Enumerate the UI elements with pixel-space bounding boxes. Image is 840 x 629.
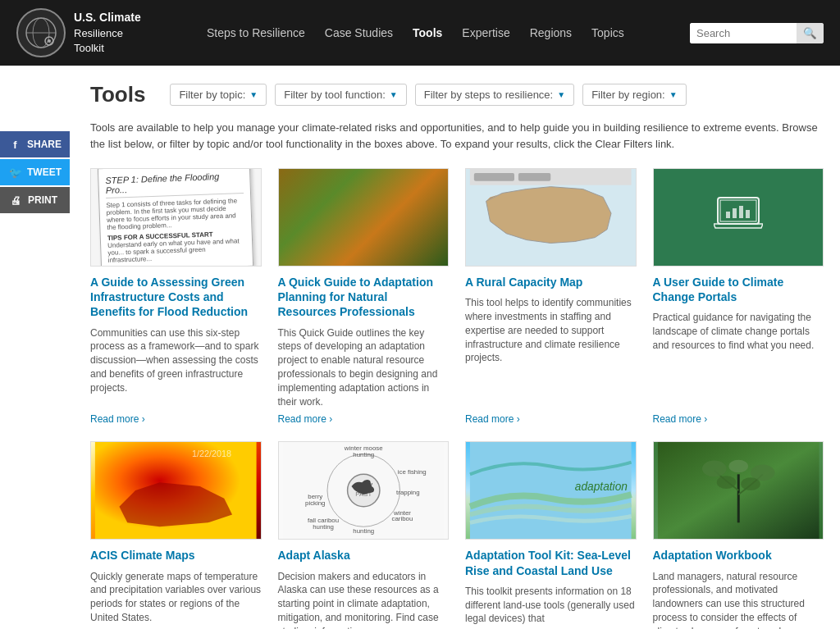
svg-rect-12: [733, 208, 737, 218]
tool-title[interactable]: A Quick Guide to Adaptation Planning for…: [278, 275, 450, 320]
tool-image: adaptation: [465, 441, 637, 540]
tool-card: A User Guide to Climate Change Portals P…: [653, 168, 824, 425]
header: U.S. Climate Resilience Toolkit Steps to…: [0, 0, 840, 66]
nav-tools[interactable]: Tools: [413, 26, 442, 39]
search-button[interactable]: 🔍: [797, 23, 824, 43]
laptop-icon: [714, 194, 763, 242]
tool-card: NOW PAST winter moose hunting ice fishin…: [278, 441, 450, 629]
svg-text:hunting: hunting: [313, 524, 334, 531]
svg-text:adaptation: adaptation: [575, 481, 628, 493]
tool-image: 1/22/2018: [90, 441, 262, 540]
tools-grid: STEP 1: Define the Flooding Pro... Step …: [90, 168, 824, 629]
search-box: 🔍: [690, 23, 824, 43]
read-more-link[interactable]: Read more ›: [465, 413, 637, 425]
svg-point-38: [728, 460, 748, 473]
svg-text:caribou: caribou: [391, 516, 413, 523]
logo-circle: [16, 8, 66, 57]
tool-image: [465, 168, 637, 267]
tool-desc: This Quick Guide outlines the key steps …: [278, 326, 450, 409]
twitter-icon: 🐦: [8, 165, 22, 180]
tool-title[interactable]: A Guide to Assessing Green Infrastructur…: [90, 275, 262, 320]
svg-point-40: [741, 478, 760, 491]
svg-point-5: [48, 39, 51, 43]
facebook-icon: f: [8, 137, 22, 152]
nav-topics[interactable]: Topics: [591, 26, 624, 39]
tool-card: Adaptation Workbook Land managers, natur…: [653, 441, 824, 629]
page-description: Tools are available to help you manage y…: [90, 120, 824, 152]
svg-rect-11: [726, 212, 730, 218]
nav-steps[interactable]: Steps to Resilience: [207, 26, 305, 39]
tool-image: [653, 168, 824, 267]
print-icon: 🖨: [8, 193, 23, 207]
tool-card: 1/22/2018 ACIS Climate Maps Quickly gene…: [90, 441, 262, 629]
tool-title[interactable]: Adapt Alaska: [278, 548, 450, 563]
tool-desc: Communities can use this six-step proces…: [90, 326, 262, 409]
tool-title[interactable]: ACIS Climate Maps: [90, 548, 262, 563]
svg-text:hunting: hunting: [353, 527, 374, 535]
nav-regions[interactable]: Regions: [530, 26, 572, 39]
nav-expertise[interactable]: Expertise: [462, 26, 509, 39]
filter-bar: Tools Filter by topic: Filter by tool fu…: [90, 82, 824, 107]
tool-desc: Practical guidance for navigating the la…: [653, 311, 824, 408]
filter-function[interactable]: Filter by tool function:: [275, 84, 406, 106]
logo-text: U.S. Climate Resilience Toolkit: [74, 10, 141, 56]
read-more-link[interactable]: Read more ›: [90, 413, 262, 425]
tool-desc: Decision makers and educators in Alaska …: [278, 570, 450, 629]
print-button[interactable]: 🖨 PRINT: [0, 187, 70, 213]
svg-point-39: [716, 476, 736, 490]
svg-rect-14: [746, 210, 750, 218]
step1-content: STEP 1: Define the Flooding Pro... Step …: [98, 168, 253, 267]
filter-steps[interactable]: Filter by steps to resilience:: [415, 84, 574, 106]
tool-image: NOW PAST winter moose hunting ice fishin…: [278, 441, 450, 540]
svg-rect-8: [518, 173, 550, 181]
svg-text:picking: picking: [305, 499, 325, 507]
tool-title[interactable]: Adaptation Tool Kit: Sea-Level Rise and …: [465, 548, 637, 577]
tool-image: [278, 168, 450, 267]
search-input[interactable]: [690, 23, 797, 43]
tool-image: STEP 1: Define the Flooding Pro... Step …: [90, 168, 262, 267]
tool-desc: This tool helps to identify communities …: [465, 296, 637, 408]
svg-text:1/22/2018: 1/22/2018: [192, 449, 231, 458]
tweet-button[interactable]: 🐦 TWEET: [0, 159, 70, 185]
tool-desc: Land managers, natural resource professi…: [653, 570, 824, 629]
svg-text:trapping: trapping: [396, 489, 419, 496]
tool-card: adaptation Adaptation Tool Kit: Sea-Leve…: [465, 441, 637, 629]
svg-rect-10: [720, 200, 756, 221]
read-more-link[interactable]: Read more ›: [653, 413, 824, 425]
tool-image: [653, 441, 824, 540]
svg-rect-7: [474, 173, 514, 181]
tool-card: A Quick Guide to Adaptation Planning for…: [278, 168, 450, 425]
main-content: Tools Filter by topic: Filter by tool fu…: [74, 66, 840, 629]
filter-topic[interactable]: Filter by topic:: [170, 84, 267, 106]
tool-desc: Quickly generate maps of temperature and…: [90, 570, 262, 625]
tool-title[interactable]: A User Guide to Climate Change Portals: [653, 275, 824, 304]
svg-rect-13: [739, 206, 743, 218]
tool-title[interactable]: A Rural Capacity Map: [465, 275, 637, 289]
svg-text:ice fishing: ice fishing: [397, 469, 426, 476]
share-button[interactable]: f SHARE: [0, 131, 70, 157]
page-title: Tools: [90, 82, 145, 107]
tool-card: A Rural Capacity Map This tool helps to …: [465, 168, 637, 425]
tool-desc: This toolkit presents information on 18 …: [465, 585, 637, 629]
filter-region[interactable]: Filter by region:: [582, 84, 687, 106]
svg-rect-9: [718, 198, 759, 224]
read-more-link[interactable]: Read more ›: [278, 413, 450, 425]
nav-case-studies[interactable]: Case Studies: [325, 26, 393, 39]
svg-point-36: [702, 461, 727, 477]
tool-title[interactable]: Adaptation Workbook: [653, 548, 824, 563]
logo: U.S. Climate Resilience Toolkit: [16, 8, 141, 57]
tool-card: STEP 1: Define the Flooding Pro... Step …: [90, 168, 262, 425]
svg-text:hunting: hunting: [353, 451, 374, 458]
social-sidebar: f SHARE 🐦 TWEET 🖨 PRINT: [0, 131, 70, 213]
main-nav: Steps to Resilience Case Studies Tools E…: [207, 26, 624, 39]
